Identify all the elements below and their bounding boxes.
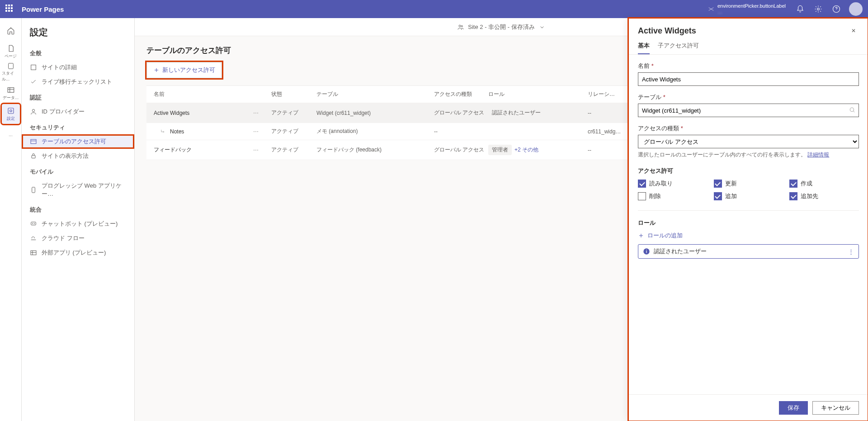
rail-styling[interactable]: スタイル… [2,62,20,82]
svg-rect-14 [31,251,36,255]
settings-icon[interactable] [809,0,827,18]
svg-rect-8 [31,139,36,143]
rail-home[interactable] [2,21,20,41]
sb-item-id-providers[interactable]: ID プロバイダー [22,104,134,119]
nav-rail: ページ スタイル… データ… 設定 … [0,18,22,421]
sb-item-chatbot[interactable]: チャットボット (プレビュー) [22,217,134,231]
chk-update[interactable] [714,180,722,188]
panel-tabs: 基本 子アクセス許可 [629,36,868,55]
cancel-button[interactable]: キャンセル [812,401,859,415]
row-more-icon[interactable]: ⋯ [253,110,271,116]
app-launcher-icon[interactable] [5,5,14,14]
sb-group-integrate: 統合 [22,201,134,217]
col-table: テーブル [316,90,434,98]
new-permission-button[interactable]: 新しいアクセス許可 [146,62,222,78]
svg-rect-3 [8,87,14,92]
rail-setup[interactable]: 設定 [2,104,20,124]
sb-item-go-live-checklist[interactable]: ライブ移行チェックリスト [22,75,134,89]
sb-item-table-permissions[interactable]: テーブルのアクセス許可 [22,134,134,149]
people-icon [457,24,464,31]
edit-permission-panel: Active Widgets ✕ 基本 子アクセス許可 名前 * テーブル * … [628,18,868,421]
info-icon [643,248,650,255]
chk-appendto[interactable] [789,192,797,200]
settings-sidebar: 設定 全般 サイトの詳細 ライブ移行チェックリスト 認証 ID プロバイダー セ… [22,18,135,421]
plus-icon [153,67,160,73]
rail-more[interactable]: … [2,125,20,145]
rail-pages[interactable]: ページ [2,42,20,61]
svg-point-15 [459,25,461,27]
tab-basic[interactable]: 基本 [638,42,650,54]
svg-rect-19 [646,251,646,253]
environment-picker[interactable]: environmentPicker.buttonLabel … [708,3,786,15]
brand-title: Power Pages [22,5,64,13]
svg-rect-6 [31,65,36,70]
col-state: 状態 [271,90,316,98]
site-bar-text: Site 2 - 非公開 - 保存済み [468,23,534,31]
sb-item-pwa[interactable]: プログレッシブ Web アプリケー… [22,179,134,201]
chk-append[interactable] [714,192,722,200]
permissions-heading: アクセス許可 [638,167,859,175]
row-more-icon[interactable]: ⋯ [253,128,271,135]
col-name: 名前 [154,90,253,98]
rail-data[interactable]: データ… [2,83,20,103]
sb-group-auth: 認証 [22,89,134,104]
svg-point-17 [850,108,854,111]
svg-point-12 [32,223,33,224]
field-name: 名前 * [638,62,859,86]
role-entry: 認証されたユーザー ⋮ [638,244,859,259]
chk-create[interactable] [789,180,797,188]
svg-rect-11 [31,222,36,225]
role-more-link[interactable]: +2 その他 [514,147,538,153]
role-chip: 認証されたユーザー [488,108,544,118]
chk-read[interactable] [638,180,646,188]
sb-group-mobile: モバイル [22,163,134,179]
svg-point-5 [9,109,12,112]
sidebar-title: 設定 [22,24,134,45]
panel-title: Active Widgets [638,26,848,36]
help-icon[interactable] [827,0,845,18]
field-access-type: アクセスの種類 * グローバル アクセス 選択したロールのユーザーにテーブル内の… [638,124,859,159]
close-icon[interactable]: ✕ [848,25,859,36]
svg-point-7 [32,109,34,112]
sb-item-cloud-flow[interactable]: クラウド フロー [22,231,134,246]
roles-heading: ロール [638,210,859,227]
tab-child-permissions[interactable]: 子アクセス許可 [658,42,699,54]
learn-more-link[interactable]: 詳細情報 [807,151,829,158]
chevron-down-icon [538,24,546,31]
search-icon [849,107,855,113]
sb-group-general: 全般 [22,45,134,60]
role-entry-label: 認証されたユーザー [654,247,707,255]
access-type-select[interactable]: グローバル アクセス [638,135,859,148]
sb-item-site-details[interactable]: サイトの詳細 [22,60,134,75]
name-input[interactable] [638,72,859,86]
svg-point-13 [34,223,34,224]
plus-icon [638,232,644,239]
svg-point-0 [817,8,820,10]
notifications-icon[interactable] [791,0,809,18]
svg-rect-10 [32,187,35,193]
env-label: environmentPicker.buttonLabel [717,3,786,9]
svg-rect-2 [8,63,13,69]
chk-delete[interactable] [638,192,646,200]
sb-group-security: セキュリティ [22,119,134,134]
svg-rect-4 [8,108,14,114]
user-avatar[interactable] [849,2,863,16]
col-access: アクセスの種類 [434,90,488,98]
field-table: テーブル * [638,93,859,117]
table-input[interactable] [638,104,859,117]
svg-rect-20 [646,250,646,250]
role-entry-more-icon[interactable]: ⋮ [848,248,854,255]
sb-item-external-apps[interactable]: 外部アプリ (プレビュー) [22,246,134,260]
env-sub: … [717,9,786,15]
add-role-button[interactable]: ロールの追加 [638,232,859,240]
row-more-icon[interactable]: ⋯ [253,147,271,153]
svg-rect-9 [32,156,35,158]
sb-item-site-visibility[interactable]: サイトの表示方法 [22,149,134,163]
svg-point-16 [461,25,462,27]
permissions-grid: 読み取り 更新 作成 削除 追加 追加先 [638,180,859,200]
save-button[interactable]: 保存 [779,401,808,415]
col-role: ロール [488,90,588,98]
child-arrow-icon [160,128,166,135]
top-header: Power Pages environmentPicker.buttonLabe… [0,0,868,18]
role-chip: 管理者 [488,145,512,155]
